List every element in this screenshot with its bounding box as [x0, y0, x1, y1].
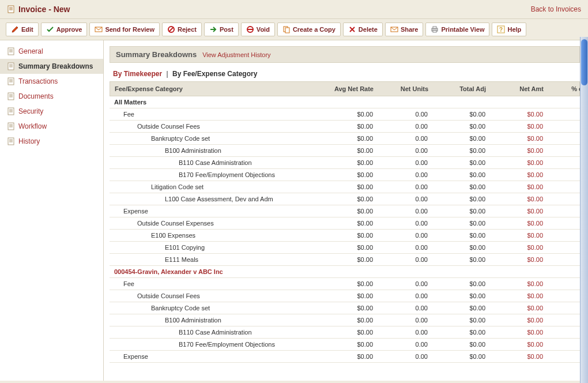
sidebar-item-general[interactable]: General [0, 44, 103, 59]
cell-units: 0.00 [378, 302, 432, 314]
svg-rect-17 [8, 48, 14, 55]
row-label: B110 Case Administration [110, 326, 317, 338]
svg-rect-37 [8, 123, 14, 130]
cell-avg: $0.00 [317, 205, 378, 217]
page-icon [7, 62, 15, 70]
cell-adj: $0.00 [432, 351, 490, 362]
sidebar-item-label: Summary Breakdowns [18, 62, 93, 70]
cell-amt: $0.00 [490, 290, 548, 302]
cell-avg: $0.00 [317, 157, 378, 168]
section-header: Summary Breakdowns View Adjustment Histo… [110, 46, 580, 63]
cell-adj: $0.00 [432, 145, 490, 156]
view-adjustment-history-link[interactable]: View Adjustment History [202, 51, 270, 58]
cell-adj: $0.00 [432, 230, 490, 241]
sidebar-item-transactions[interactable]: Transactions [0, 74, 103, 89]
cell-amt: $0.00 [490, 254, 548, 265]
back-to-invoices-link[interactable]: Back to Invoices [531, 5, 581, 13]
main-layout: GeneralSummary BreakdownsTransactionsDoc… [0, 40, 588, 381]
edit-button[interactable]: Edit [6, 22, 39, 36]
scrollbar-thumb[interactable] [581, 39, 587, 85]
sidebar-item-label: General [18, 47, 43, 55]
subtab-by-fee-expense-category[interactable]: By Fee/Expense Category [172, 70, 257, 78]
cell-avg: $0.00 [317, 242, 378, 253]
col-fee-expense-category[interactable]: Fee/Expense Category [110, 82, 318, 96]
void-button[interactable]: Void [241, 22, 275, 36]
help-button[interactable]: ?Help [492, 22, 526, 36]
table-row: Outside Counsel Fees$0.000.00$0.00$0.000… [110, 290, 580, 302]
sidebar-item-security[interactable]: Security [0, 104, 103, 119]
void-label: Void [257, 26, 270, 33]
void-icon [246, 25, 254, 33]
cell-adj: $0.00 [432, 278, 490, 290]
cell-units: 0.00 [378, 278, 432, 290]
subtab-bar: By Timekeeper | By Fee/Expense Category [110, 70, 580, 79]
reject-button[interactable]: Reject [162, 22, 202, 36]
svg-rect-0 [8, 6, 14, 13]
col-net-units[interactable]: Net Units [378, 82, 433, 96]
sidebar-item-documents[interactable]: Documents [0, 89, 103, 104]
cell-adj: $0.00 [432, 302, 490, 314]
cell-adj: $0.00 [432, 242, 490, 253]
cell-amt: $0.00 [490, 314, 548, 326]
sidebar-item-summary-breakdowns[interactable]: Summary Breakdowns [0, 59, 103, 74]
subtab-by-timekeeper[interactable]: By Timekeeper [113, 70, 162, 78]
table-row: B170 Fee/Employment Objections$0.000.00$… [110, 169, 580, 181]
edit-label: Edit [21, 26, 33, 33]
cell-avg [317, 96, 378, 108]
table-row: Fee$0.000.00$0.00$0.000.00% [110, 108, 580, 121]
cell-adj: $0.00 [432, 157, 490, 168]
delete-icon [348, 25, 356, 33]
cell-avg: $0.00 [317, 254, 378, 265]
copy-button[interactable]: Create a Copy [277, 22, 341, 36]
table-row: B100 Administration$0.000.00$0.00$0.000.… [110, 314, 580, 326]
content-area: Summary Breakdowns View Adjustment Histo… [104, 40, 588, 381]
sidebar-item-workflow[interactable]: Workflow [0, 119, 103, 134]
sidebar-item-history[interactable]: History [0, 134, 103, 149]
svg-rect-21 [8, 63, 14, 70]
cell-avg: $0.00 [317, 169, 378, 181]
cell-amt: $0.00 [490, 302, 548, 314]
section-title: Summary Breakdowns [116, 50, 197, 59]
row-label: Expense [110, 351, 317, 362]
table-row: B110 Case Administration$0.000.00$0.00$0… [110, 326, 580, 339]
cell-adj: $0.00 [432, 121, 490, 132]
subtab-separator: | [167, 70, 168, 78]
title-bar: Invoice - New Back to Invoices [0, 0, 588, 19]
scrollbar[interactable] [580, 37, 588, 381]
cell-units: 0.00 [378, 339, 432, 350]
approve-label: Approve [56, 26, 82, 33]
print-button[interactable]: Printable View [425, 22, 489, 36]
sidebar-item-label: Workflow [18, 122, 47, 130]
cell-amt: $0.00 [490, 193, 548, 205]
col-total-adj[interactable]: Total Adj [433, 82, 491, 96]
table-row: Bankruptcy Code set$0.000.00$0.00$0.000.… [110, 133, 580, 145]
delete-button[interactable]: Delete [343, 22, 383, 36]
post-label: Post [220, 26, 233, 33]
cell-avg: $0.00 [317, 290, 378, 302]
cell-units [378, 266, 432, 277]
cell-adj: $0.00 [432, 205, 490, 217]
cell-amt: $0.00 [490, 157, 548, 168]
page-icon [7, 107, 15, 115]
table-row: Expense$0.000.00$0.00$0.000.00% [110, 351, 580, 363]
table-row: B170 Fee/Employment Objections$0.000.00$… [110, 339, 580, 351]
cell-avg: $0.00 [317, 193, 378, 205]
approve-button[interactable]: Approve [41, 22, 88, 36]
share-button[interactable]: Share [385, 22, 424, 36]
printer-icon [431, 25, 439, 33]
row-label: Bankruptcy Code set [110, 133, 317, 144]
row-label: E111 Meals [110, 254, 317, 265]
cell-avg [317, 266, 378, 277]
cell-amt: $0.00 [490, 230, 548, 241]
post-button[interactable]: Post [204, 22, 239, 36]
cell-amt: $0.00 [490, 133, 548, 144]
cell-amt: $0.00 [490, 339, 548, 350]
table-row: E100 Expenses$0.000.00$0.00$0.000.00% [110, 230, 580, 242]
copy-label: Create a Copy [293, 26, 336, 33]
cell-amt: $0.00 [490, 169, 548, 181]
cell-adj: $0.00 [432, 181, 490, 193]
send-review-button[interactable]: Send for Review [89, 22, 160, 36]
col-avg-net-rate[interactable]: Avg Net Rate [318, 82, 378, 96]
col-net-amt[interactable]: Net Amt [491, 82, 548, 96]
page-icon [7, 47, 15, 55]
